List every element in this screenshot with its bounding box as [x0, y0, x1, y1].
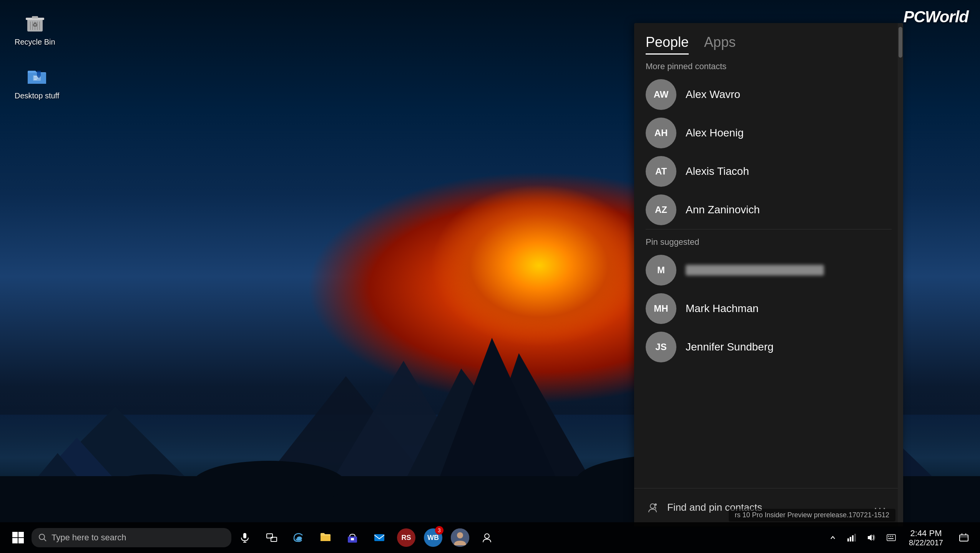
svg-rect-53 [852, 535, 854, 541]
desktop-stuff-label: Desktop stuff [15, 91, 59, 100]
svg-rect-36 [12, 538, 18, 543]
svg-rect-54 [854, 534, 856, 541]
windows-insider-text: rs 10 Pro Insider Preview prerelease.170… [729, 509, 895, 521]
network-icon[interactable] [843, 522, 860, 553]
avatar-at: AT [646, 156, 676, 187]
pcworld-watermark: PCWorld [903, 8, 968, 26]
file-explorer-icon[interactable] [312, 522, 339, 553]
svg-point-12 [192, 461, 346, 507]
datetime-display[interactable]: 2:44 PM 8/22/2017 [903, 522, 949, 553]
recycle-bin-icon[interactable]: ♻ Recycle Bin [12, 8, 58, 50]
section-pin-suggested-label: Pin suggested [634, 229, 903, 251]
taskbar-avatar-rs[interactable]: RS [393, 522, 420, 553]
avatar-mh: MH [646, 293, 676, 324]
avatar-initials-at: AT [655, 166, 667, 177]
svg-point-14 [96, 474, 211, 509]
contact-item-mark-hachman[interactable]: MH Mark Hachman [634, 289, 903, 328]
svg-rect-56 [887, 535, 895, 541]
avatar-initials-aw: AW [654, 89, 669, 100]
contact-item-alex-wavro[interactable]: AW Alex Wavro [634, 75, 903, 114]
contact-name-alex-hoenig: Alex Hoenig [686, 127, 744, 139]
avatar-js: JS [646, 332, 676, 362]
mail-icon[interactable] [366, 522, 393, 553]
people-taskbar-icon[interactable] [473, 522, 500, 553]
svg-point-49 [457, 532, 463, 538]
notification-button[interactable] [952, 522, 975, 553]
svg-rect-61 [960, 535, 968, 541]
svg-marker-55 [868, 535, 872, 541]
microphone-icon[interactable] [231, 522, 258, 553]
avatar-initials-rs: RS [401, 534, 411, 542]
volume-icon[interactable] [863, 522, 880, 553]
avatar-m: M [646, 255, 676, 286]
store-icon[interactable] [339, 522, 366, 553]
svg-point-32 [654, 503, 657, 506]
time-display: 2:44 PM [910, 528, 942, 538]
task-view-icon[interactable] [258, 522, 285, 553]
taskbar-avatar-wb[interactable]: WB 3 [420, 522, 447, 553]
desktop-stuff-icon[interactable]: Desktop stuff [12, 61, 62, 103]
svg-rect-37 [18, 538, 24, 543]
svg-rect-34 [12, 532, 18, 537]
search-box[interactable]: Type here to search [32, 528, 231, 547]
contact-item-alexis-tiacoh[interactable]: AT Alexis Tiacoh [634, 152, 903, 191]
svg-text:♻: ♻ [32, 22, 38, 28]
avatar-initials-m: M [657, 265, 665, 276]
svg-rect-47 [374, 534, 384, 541]
blurred-contact-name [686, 265, 824, 276]
svg-point-50 [485, 534, 489, 538]
avatar-circle-rs: RS [397, 528, 415, 547]
recycle-bin-image: ♻ [23, 11, 47, 35]
svg-rect-52 [850, 537, 851, 541]
person-pin-icon [646, 501, 659, 515]
svg-rect-57 [888, 536, 889, 537]
svg-rect-59 [892, 536, 893, 537]
people-panel: People Apps More pinned contacts AW Alex… [634, 23, 903, 526]
taskbar-avatar-photo[interactable] [447, 522, 473, 553]
date-display: 8/22/2017 [909, 538, 943, 547]
contact-name-jennifer-sundberg: Jennifer Sundberg [686, 341, 774, 353]
tray-overflow-button[interactable] [826, 522, 840, 553]
desktop-stuff-image [25, 65, 49, 89]
svg-rect-58 [890, 536, 891, 537]
contact-item-alex-hoenig[interactable]: AH Alex Hoenig [634, 114, 903, 152]
search-icon [38, 533, 47, 542]
svg-rect-46 [351, 538, 354, 540]
avatar-az: AZ [646, 194, 676, 225]
tab-apps[interactable]: Apps [704, 34, 736, 55]
svg-rect-28 [34, 79, 37, 80]
avatar-initials-az: AZ [655, 204, 667, 215]
avatar-initials-ah: AH [654, 128, 668, 138]
recycle-bin-label: Recycle Bin [15, 38, 55, 46]
avatar-initials-js: JS [655, 342, 666, 352]
avatar-ah: AH [646, 118, 676, 148]
contact-name-alex-wavro: Alex Wavro [686, 88, 740, 101]
system-tray: 2:44 PM 8/22/2017 [826, 522, 980, 553]
svg-rect-35 [18, 532, 24, 537]
badge-wb: 3 [435, 526, 443, 535]
taskbar: Type here to search [0, 522, 980, 553]
panel-scrollbar[interactable] [898, 23, 903, 526]
avatar-initials-mh: MH [654, 303, 668, 314]
contact-item-ann-zaninovich[interactable]: AZ Ann Zaninovich [634, 191, 903, 229]
contact-item-blurred[interactable]: M [634, 251, 903, 289]
tab-people[interactable]: People [646, 34, 689, 55]
contact-name-alexis-tiacoh: Alexis Tiacoh [686, 165, 749, 178]
avatar-aw: AW [646, 79, 676, 110]
svg-rect-51 [847, 538, 849, 541]
start-button[interactable] [5, 522, 32, 553]
contact-name-ann-zaninovich: Ann Zaninovich [686, 204, 760, 216]
search-text: Type here to search [51, 533, 126, 543]
edge-icon[interactable] [285, 522, 312, 553]
svg-rect-17 [32, 16, 38, 18]
svg-rect-60 [888, 538, 894, 539]
scrollbar-thumb[interactable] [899, 27, 902, 58]
svg-rect-40 [243, 533, 246, 538]
panel-tabs: People Apps [634, 23, 903, 54]
ime-icon[interactable] [883, 522, 900, 553]
contact-item-jennifer-sundberg[interactable]: JS Jennifer Sundberg [634, 328, 903, 366]
svg-point-31 [650, 504, 655, 508]
section-more-pinned-label: More pinned contacts [634, 54, 903, 75]
svg-rect-29 [37, 71, 41, 76]
svg-line-39 [44, 539, 46, 541]
